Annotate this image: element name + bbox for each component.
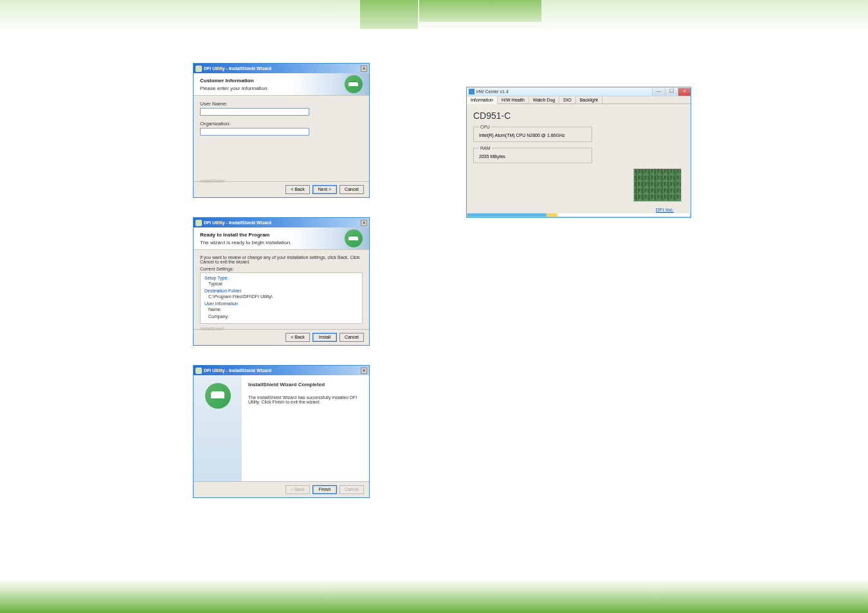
finish-button[interactable]: Finish xyxy=(312,485,337,494)
back-button: < Back xyxy=(285,485,310,494)
tab-hw-health[interactable]: H/W Health xyxy=(498,96,529,103)
hwcenter-tabs: Information H/W Health Watch Dog DIO Bac… xyxy=(467,96,691,104)
app-icon xyxy=(469,89,475,94)
dest-folder-label: Destination Folder: xyxy=(204,289,358,293)
tab-watch-dog[interactable]: Watch Dog xyxy=(529,96,559,103)
wizard1-body: User Name: Organization: xyxy=(194,96,369,181)
installshield-brand: InstallShield xyxy=(200,179,224,194)
wizard3-rightpanel: InstallShield Wizard Completed The Insta… xyxy=(242,375,369,481)
cancel-button[interactable]: Cancel xyxy=(339,185,364,194)
close-icon[interactable]: × xyxy=(361,220,367,226)
wizard3-window-title: DFI Utility - InstallShield Wizard xyxy=(204,368,271,373)
wizard2-window-title: DFI Utility - InstallShield Wizard xyxy=(204,220,271,225)
wizard3-titlebar: DFI Utility - InstallShield Wizard × xyxy=(194,366,369,375)
wizard-customer-info: DFI Utility - InstallShield Wizard × Cus… xyxy=(193,63,370,198)
ram-group: RAM 2035 MBytes xyxy=(473,146,592,163)
wizard2-intro: If you want to review or change any of y… xyxy=(200,255,363,264)
cancel-button: Cancel xyxy=(339,485,364,494)
header-tab-block-2 xyxy=(419,0,541,22)
close-icon[interactable]: × xyxy=(361,66,367,72)
hwcenter-window: HW Center v1.4 — ☐ × Information H/W Hea… xyxy=(466,87,691,218)
organization-input[interactable] xyxy=(200,128,309,136)
wizard2-header: Ready to Install the Program The wizard … xyxy=(194,227,369,250)
installer-icon xyxy=(195,66,202,72)
page-footer-band xyxy=(0,578,868,613)
wizard2-body: If you want to review or change any of y… xyxy=(194,250,369,329)
cpu-value: Intel(R) Atom(TM) CPU N2800 @ 1.86GHz xyxy=(479,133,586,138)
dest-folder-value: C:\Program Files\DFI\DFI Utility\ xyxy=(208,294,358,299)
install-button[interactable]: Install xyxy=(312,333,337,342)
setup-type-value: Typical xyxy=(208,281,358,286)
wizard2-footer: InstallShield < Back Install Cancel xyxy=(194,329,369,345)
hwcenter-titlebar: HW Center v1.4 — ☐ × xyxy=(467,87,691,96)
board-photo xyxy=(633,168,682,202)
ram-legend: RAM xyxy=(479,146,492,150)
window-controls: — ☐ × xyxy=(652,88,691,96)
user-name-row: Name: xyxy=(208,307,358,312)
installshield-brand: InstallShield xyxy=(200,326,224,342)
minimize-button[interactable]: — xyxy=(652,88,665,96)
status-bar xyxy=(467,213,691,217)
tab-dio[interactable]: DIO xyxy=(559,96,575,103)
installer-icon xyxy=(195,220,202,226)
content-area: DFI Utility - InstallShield Wizard × Cus… xyxy=(0,32,868,565)
box-icon xyxy=(205,383,231,409)
box-icon xyxy=(345,229,363,247)
tab-information[interactable]: Information xyxy=(467,96,498,104)
close-icon[interactable]: × xyxy=(361,368,367,374)
box-icon xyxy=(345,75,363,93)
wizard-ready-install: DFI Utility - InstallShield Wizard × Rea… xyxy=(193,217,370,346)
user-name-input[interactable] xyxy=(200,108,309,116)
page-header-band xyxy=(0,0,868,32)
wizard1-header: Customer Information Please enter your i… xyxy=(194,73,369,96)
wizard2-subheading: The wizard is ready to begin installatio… xyxy=(200,240,291,245)
tab-backlight[interactable]: Backlight xyxy=(576,96,602,103)
left-column: DFI Utility - InstallShield Wizard × Cus… xyxy=(193,63,370,517)
wizard3-heading: InstallShield Wizard Completed xyxy=(248,382,363,387)
hwcenter-title: HW Center v1.4 xyxy=(476,89,509,94)
close-button[interactable]: × xyxy=(678,88,691,96)
user-company-row: Company: xyxy=(208,314,358,319)
wizard3-body-text: The InstallShield Wizard has successfull… xyxy=(248,395,363,404)
dfi-link[interactable]: DFI Inc. xyxy=(656,207,674,213)
user-name-label: User Name: xyxy=(200,101,363,107)
cpu-legend: CPU xyxy=(479,125,491,129)
wizard3-body: InstallShield Wizard Completed The Insta… xyxy=(194,375,369,481)
user-info-label: User Information: xyxy=(204,301,358,306)
header-tab-block xyxy=(360,0,418,29)
cpu-group: CPU Intel(R) Atom(TM) CPU N2800 @ 1.86GH… xyxy=(473,125,592,142)
settings-box: Setup Type: Typical Destination Folder: … xyxy=(200,272,363,324)
wizard1-titlebar: DFI Utility - InstallShield Wizard × xyxy=(194,64,369,73)
wizard3-sidebar xyxy=(194,375,242,481)
installer-icon xyxy=(195,368,202,374)
cancel-button[interactable]: Cancel xyxy=(339,333,364,342)
wizard1-window-title: DFI Utility - InstallShield Wizard xyxy=(204,66,271,71)
wizard2-heading: Ready to Install the Program xyxy=(200,232,291,238)
hwcenter-body: CD951-C CPU Intel(R) Atom(TM) CPU N2800 … xyxy=(467,104,691,213)
board-name: CD951-C xyxy=(473,111,684,121)
wizard3-footer: < Back Finish Cancel xyxy=(194,481,369,497)
right-column: HW Center v1.4 — ☐ × Information H/W Hea… xyxy=(466,87,691,218)
back-button[interactable]: < Back xyxy=(285,185,310,194)
wizard1-subheading: Please enter your information. xyxy=(200,85,269,91)
ram-value: 2035 MBytes xyxy=(479,154,586,159)
wizard2-titlebar: DFI Utility - InstallShield Wizard × xyxy=(194,218,369,227)
maximize-button[interactable]: ☐ xyxy=(665,88,678,96)
next-button[interactable]: Next > xyxy=(312,185,337,194)
wizard1-footer: InstallShield < Back Next > Cancel xyxy=(194,181,369,197)
wizard-completed: DFI Utility - InstallShield Wizard × Ins… xyxy=(193,365,370,498)
organization-label: Organization: xyxy=(200,121,363,127)
wizard1-heading: Customer Information xyxy=(200,78,269,84)
current-settings-label: Current Settings: xyxy=(200,267,363,271)
setup-type-label: Setup Type: xyxy=(204,276,358,280)
back-button[interactable]: < Back xyxy=(285,333,310,342)
